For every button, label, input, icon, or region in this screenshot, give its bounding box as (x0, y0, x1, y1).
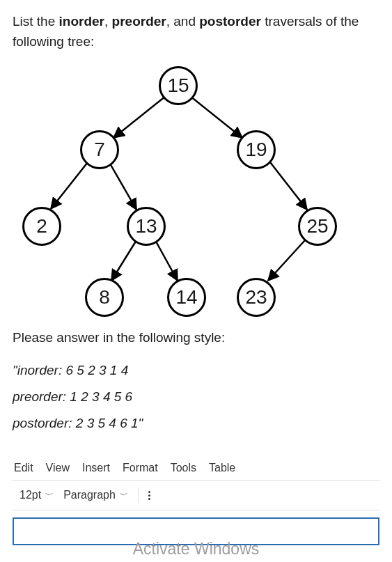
tree-node-15: 15 (159, 66, 198, 105)
tree-node-13: 13 (127, 207, 166, 246)
menu-format[interactable]: Format (123, 462, 158, 474)
svg-line-2 (51, 162, 88, 209)
menu-insert[interactable]: Insert (82, 462, 110, 474)
tree-node-19: 19 (237, 130, 276, 169)
paragraph-select[interactable]: Paragraph ﹀ (63, 489, 128, 501)
editor-menubar: Edit View Insert Format Tools Table (13, 456, 379, 481)
tree-node-25: 25 (298, 207, 337, 246)
paragraph-label: Paragraph (63, 489, 116, 501)
menu-view[interactable]: View (46, 462, 70, 474)
tree-node-14: 14 (167, 278, 206, 317)
tree-node-7: 7 (80, 130, 119, 169)
more-options-button[interactable] (148, 491, 150, 500)
q-prefix: List the (13, 14, 59, 29)
tree-diagram: 15 7 19 2 13 25 8 14 23 (13, 58, 354, 322)
question-text: List the inorder, preorder, and postorde… (13, 11, 379, 52)
svg-line-5 (111, 240, 136, 281)
toolbar-divider (138, 487, 139, 503)
font-size-select[interactable]: 12pt ﹀ (19, 489, 54, 501)
q-sep2: , and (166, 14, 200, 29)
example-preorder: preorder: 1 2 3 4 5 6 (13, 384, 379, 410)
svg-line-1 (190, 96, 242, 138)
menu-edit[interactable]: Edit (14, 462, 33, 474)
windows-watermark: Activate Windows (13, 540, 379, 559)
menu-tools[interactable]: Tools (171, 462, 196, 474)
example-block: "inorder: 6 5 2 3 1 4 preorder: 1 2 3 4 … (13, 357, 379, 437)
tree-node-2: 2 (22, 207, 61, 246)
example-inorder: "inorder: 6 5 2 3 1 4 (13, 357, 379, 384)
svg-line-7 (268, 240, 305, 281)
svg-line-0 (113, 96, 166, 138)
menu-table[interactable]: Table (209, 462, 235, 474)
chevron-down-icon: ﹀ (45, 490, 54, 501)
chevron-down-icon: ﹀ (120, 490, 128, 501)
svg-line-4 (270, 162, 307, 210)
tree-node-23: 23 (237, 278, 276, 317)
q-postorder: postorder (199, 14, 261, 29)
example-postorder: postorder: 2 3 5 4 6 1" (13, 410, 379, 437)
svg-line-3 (110, 164, 136, 210)
tree-node-8: 8 (85, 278, 124, 317)
q-preorder: preorder (112, 14, 166, 29)
rich-text-editor: Edit View Insert Format Tools Table 12pt… (13, 456, 379, 545)
q-inorder: inorder (59, 14, 104, 29)
instruction-text: Please answer in the following style: (13, 328, 379, 348)
font-size-label: 12pt (19, 489, 41, 501)
svg-line-6 (155, 240, 178, 281)
q-sep1: , (104, 14, 112, 29)
editor-toolbar: 12pt ﹀ Paragraph ﹀ (13, 481, 379, 510)
